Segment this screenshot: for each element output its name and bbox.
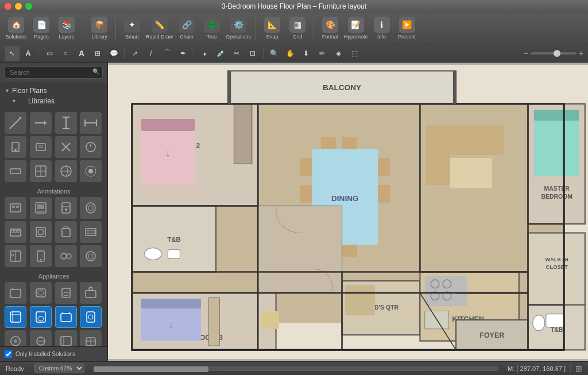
status-bar: Ready Custom 62% 50% 75% 100% M: [ 287.0… [0,361,588,375]
appliance-icon-3[interactable] [80,197,102,219]
appliance-icon-4[interactable] [5,221,26,243]
hypernote-button[interactable]: 📝 Hypernote [344,17,368,40]
only-installed-checkbox[interactable] [5,350,12,358]
annotation-icon-9[interactable] [30,160,52,182]
traffic-lights [5,3,32,10]
pan-tool[interactable]: ✋ [283,46,297,61]
tree-floor-plans[interactable]: ▼ Floor Plans [5,86,103,96]
library-label: Library [91,34,107,40]
pencil-tool[interactable]: ✏ [315,46,330,61]
scrollbar[interactable] [94,366,498,371]
bathroom-icon-8[interactable] [5,330,26,346]
solutions-button[interactable]: 🏠 Solutions [5,17,28,40]
snap-button[interactable]: 📐 Snap [261,17,284,40]
canvas-area[interactable]: BALCONY BEDROOM 2 ↓ T&B DINING [108,63,588,361]
layers-button[interactable]: 📚 Layers [55,17,78,40]
text2-tool[interactable]: A [74,46,89,61]
curve-tool[interactable]: ⌒ [160,46,175,61]
crop-tool[interactable]: ✂ [229,46,244,61]
fill-tool[interactable]: ⬧ [197,46,212,61]
appliance-icon-6[interactable] [55,221,77,243]
appliance-icon-10[interactable] [55,245,77,267]
svg-text:MASTER: MASTER [544,185,570,192]
appliance-icon-1[interactable] [30,197,52,219]
bathroom-icon-9[interactable] [30,330,52,346]
appliance-icon-9[interactable] [30,245,52,267]
comment-tool[interactable]: 💬 [106,46,121,61]
zoom-select[interactable]: Custom 62% 50% 75% 100% [34,364,84,373]
present-button[interactable]: ▶️ Present [396,17,419,40]
format-button[interactable]: 🎨 Format [319,17,342,40]
tree-button[interactable]: 🌲 Tree [200,17,223,40]
bathroom-icon-3[interactable] [80,282,102,304]
annotation-icon-8[interactable] [5,160,26,182]
minimize-button[interactable] [15,3,22,10]
bathroom-icon-7[interactable] [80,306,102,328]
tree-libraries[interactable]: ▼ Libraries [5,96,103,106]
svg-text:WALK-IN: WALK-IN [546,256,568,262]
appliance-icon-2[interactable] [55,197,77,219]
appliance-icon-8[interactable] [5,245,26,267]
annotation-icon-11[interactable] [80,160,102,182]
eyedrop-tool[interactable]: 💉 [213,46,228,61]
bathroom-icon-2[interactable] [55,282,77,304]
grid-button[interactable]: ▦ Grid [286,17,309,40]
tree-label: Tree [207,34,217,40]
info-button[interactable]: ℹ Info [370,17,393,40]
select-tool[interactable]: ↖ [5,46,20,61]
svg-text:↓: ↓ [165,146,171,158]
rectangle-tool[interactable]: ▭ [42,46,57,61]
annotation-icon-3[interactable] [80,112,102,134]
appliance-icon-5[interactable] [30,221,52,243]
zoom-minus[interactable]: − [524,49,528,58]
annotation-icon-5[interactable] [30,136,52,158]
chain-button[interactable]: 🔗 Chain [175,17,198,40]
svg-rect-68 [36,312,45,322]
transform-tool[interactable]: ⊡ [245,46,260,61]
info-icon: ℹ [374,17,390,33]
svg-rect-61 [62,288,70,297]
line-tool[interactable]: / [144,46,158,61]
search-input[interactable] [5,66,103,79]
download-tool[interactable]: ⬇ [299,46,314,61]
maximize-button[interactable] [25,3,32,10]
stamp-tool[interactable]: ◈ [331,46,346,61]
library-button[interactable]: 📦 Library [88,17,111,40]
bathroom-icon-4[interactable] [5,306,26,328]
solutions-icon: 🏠 [8,17,24,33]
annotation-icon-1[interactable] [30,112,52,134]
svg-point-69 [38,316,44,321]
appliance-icon-7[interactable] [80,221,102,243]
svg-text:BEDROOM: BEDROOM [541,194,572,200]
rapid-draw-button[interactable]: ✏️ Rapid Draw [146,17,173,40]
table-tool[interactable]: ⊞ [90,46,105,61]
bathroom-icon-5[interactable] [30,306,52,328]
appliance-icon-0[interactable] [5,197,26,219]
annotation-icon-10[interactable] [55,160,77,182]
annotation-icon-4[interactable] [5,136,26,158]
text-tool[interactable]: A [21,46,36,61]
svg-rect-105 [321,137,336,149]
selection2-tool[interactable]: ⬚ [347,46,362,61]
pen-tool[interactable]: ✒ [176,46,191,61]
smart-button[interactable]: ✦ Smart [121,17,144,40]
operations-button[interactable]: ⚙️ Operations [226,17,251,40]
arrow-tool[interactable]: ↗ [127,46,142,61]
annotation-icon-6[interactable] [55,136,77,158]
bathroom-icon-1[interactable] [30,282,52,304]
close-button[interactable] [5,3,11,10]
zoom-plus[interactable]: + [579,49,583,58]
circle-tool[interactable]: ○ [58,46,73,61]
annotation-icon-2[interactable] [55,112,77,134]
search-view-tool[interactable]: 🔍 [266,46,281,61]
appliance-icon-11[interactable] [80,245,102,267]
bathroom-icon-10[interactable] [55,330,77,346]
pages-button[interactable]: 📄 Pages [30,17,53,40]
bathroom-icon-6[interactable] [55,306,77,328]
page-nav-prev[interactable]: ⊞ [575,364,582,373]
zoom-slider[interactable] [531,52,577,55]
annotation-icon-0[interactable] [5,112,26,134]
bathroom-icon-11[interactable] [80,330,102,346]
annotation-icon-7[interactable] [80,136,102,158]
bathroom-icon-0[interactable] [5,282,26,304]
